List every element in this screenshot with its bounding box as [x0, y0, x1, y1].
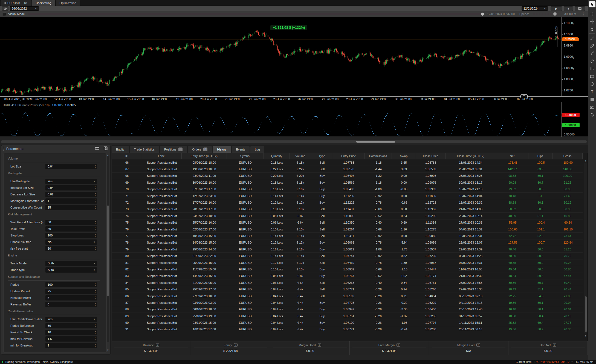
column-header[interactable]: Net: [496, 153, 528, 159]
parameters-scrollbar[interactable]: [107, 156, 109, 342]
history-row[interactable]: 73SupportResistanceBot20/07/2023 17:00EU…: [112, 206, 583, 213]
crosshair-dot-tool-button[interactable]: [589, 19, 595, 25]
playback-progress-handle[interactable]: [481, 13, 484, 16]
stepper-arrows[interactable]: ▲▼: [94, 282, 96, 287]
results-tab-trade-statistics[interactable]: Trade Statistics: [130, 146, 159, 153]
parameter-input[interactable]: 1.5▲▼: [45, 336, 97, 342]
column-header[interactable]: Entry Price: [333, 153, 364, 159]
indicator-pane[interactable]: DRKHASHIXCandlePower (50, 10)1.071051.07…: [0, 102, 588, 137]
stepper-arrows[interactable]: ▲▼: [94, 192, 96, 197]
column-header[interactable]: Type: [311, 153, 333, 159]
cursor-tool-button[interactable]: [589, 1, 595, 7]
info-icon[interactable]: i: [318, 343, 321, 347]
pencil-tool-button[interactable]: [589, 43, 595, 49]
stepper-arrows[interactable]: ▲▼: [94, 227, 96, 231]
brush-tool-button[interactable]: [589, 50, 595, 56]
parameter-select[interactable]: Yes▼: [45, 317, 97, 322]
history-row[interactable]: 81SupportResistanceBot05/09/2023 15:00EU…: [112, 259, 583, 266]
history-row[interactable]: 88SupportResistanceBot06/10/2023 18:00EU…: [112, 306, 583, 313]
parameter-select[interactable]: Yes▼: [45, 179, 97, 184]
parameter-input[interactable]: 0▲▼: [45, 302, 97, 307]
anchor-tool-button[interactable]: [589, 26, 595, 32]
scroll-up-arrow[interactable]: ▲: [585, 160, 587, 162]
history-row[interactable]: 66SupportResistanceBot08/06/2023 18:00EU…: [112, 159, 583, 166]
column-header[interactable]: Quantity: [264, 153, 290, 159]
history-row[interactable]: 86SupportResistanceBot27/09/2023 16:00EU…: [112, 293, 583, 299]
history-row[interactable]: 87SupportResistanceBot03/10/2023 03:00EU…: [112, 299, 583, 306]
results-tab-orders[interactable]: Orders0: [188, 146, 212, 153]
parameter-input[interactable]: 50▲▼: [45, 323, 97, 328]
stepper-arrows[interactable]: ▲▼: [94, 343, 96, 348]
stepper-arrows[interactable]: ▲▼: [94, 302, 96, 307]
speed-stepper[interactable]: ▲▼: [582, 12, 584, 16]
detach-panel-icon[interactable]: [95, 146, 99, 150]
results-tab-history[interactable]: History: [213, 146, 231, 153]
end-date-select[interactable]: 12/01/2024▼: [522, 6, 548, 11]
screenshot-tool-button[interactable]: [589, 104, 595, 110]
results-tab-positions[interactable]: Positions0: [160, 146, 187, 153]
parameter-input[interactable]: 1▲▼: [45, 198, 97, 204]
save-button[interactable]: [575, 6, 585, 11]
scrollbar-thumb[interactable]: [107, 206, 109, 296]
stepper-arrows[interactable]: ▲▼: [94, 289, 96, 293]
parameter-input[interactable]: 0.04▲▼: [45, 185, 97, 190]
info-icon[interactable]: i: [476, 343, 480, 347]
column-header[interactable]: Swap: [392, 153, 416, 159]
crosshair-tool-button[interactable]: [589, 11, 595, 17]
scrollbar-thumb[interactable]: [585, 296, 587, 332]
column-header[interactable]: Commissions: [364, 153, 392, 159]
stepper-arrows[interactable]: ▲▼: [94, 296, 96, 300]
scroll-down-arrow[interactable]: ▼: [585, 335, 587, 337]
history-row[interactable]: 90SupportResistanceBot03/11/2023 15:00EU…: [112, 319, 583, 326]
trend-line-tool-button[interactable]: [589, 35, 595, 41]
scrollbar-track[interactable]: [584, 163, 587, 334]
history-row[interactable]: 89SupportResistanceBot25/10/2023 19:00EU…: [112, 313, 583, 319]
column-header[interactable]: Close Price: [416, 153, 445, 159]
color-swatch-button[interactable]: [589, 96, 595, 102]
drag-handle-icon[interactable]: [3, 147, 4, 151]
stepper-arrows[interactable]: ▲▼: [94, 205, 96, 210]
visual-mode-checkbox[interactable]: [3, 13, 6, 16]
column-header[interactable]: Pips: [528, 153, 552, 159]
parameter-input[interactable]: 100▲▼: [45, 233, 97, 238]
history-row[interactable]: 85SupportResistanceBot25/09/2023 17:00EU…: [112, 286, 583, 293]
column-header[interactable]: Entry Time (UTC+2): [182, 153, 227, 159]
history-row[interactable]: 91SupportResistanceBot16/11/2023 17:00EU…: [112, 326, 583, 332]
stepper-arrows[interactable]: ▲▼: [94, 186, 96, 190]
parameter-input[interactable]: 50▲▼: [45, 220, 97, 225]
scrollbar-thumb[interactable]: [356, 141, 395, 143]
stop-button[interactable]: ■: [564, 6, 573, 11]
ellipse-tool-button[interactable]: [589, 81, 595, 87]
backtest-settings-button[interactable]: [2, 6, 8, 11]
parameter-select[interactable]: No▼: [45, 239, 97, 245]
history-row[interactable]: 83SupportResistanceBot14/09/2023 15:00EU…: [112, 273, 583, 279]
column-header[interactable]: Volume: [290, 153, 311, 159]
tab-backtesting[interactable]: Backtesting: [32, 0, 55, 6]
history-row[interactable]: 72SupportResistanceBot17/07/2023 16:00EU…: [112, 199, 583, 206]
parameter-select[interactable]: Both▼: [45, 261, 97, 266]
table-vertical-scrollbar[interactable]: ▲ ▼: [584, 160, 587, 340]
column-header[interactable]: Symbol: [227, 153, 264, 159]
column-header[interactable]: Close Time (UTC+2): [445, 153, 496, 159]
parameter-input[interactable]: 100▲▼: [45, 282, 97, 287]
parameter-input[interactable]: 5▲▼: [45, 295, 97, 301]
results-tab-equity[interactable]: Equity: [112, 146, 129, 153]
rectangle-tool-button[interactable]: [589, 73, 595, 79]
save-parameters-icon[interactable]: [104, 146, 108, 150]
parameter-input[interactable]: 1▲▼: [45, 343, 97, 348]
column-header[interactable]: Gross: [552, 153, 583, 159]
results-tab-events[interactable]: Events: [232, 146, 250, 153]
parameters-header[interactable]: Parameters: [1, 145, 110, 152]
price-chart[interactable]: 1.09792 +1 321.08 $ (+132%) 100 pips 1.1…: [0, 17, 588, 102]
stepper-arrows[interactable]: ▲▼: [94, 220, 96, 224]
history-row[interactable]: 67SupportResistanceBot19/06/2023 16:00EU…: [112, 166, 583, 172]
parameter-input[interactable]: 0.04▲▼: [45, 164, 97, 169]
history-row[interactable]: 79SupportResistanceBot25/08/2023 14:00EU…: [112, 246, 583, 253]
parameter-input[interactable]: 50▲▼: [45, 226, 97, 232]
history-row[interactable]: 74SupportResistanceBot24/07/2023 10:00EU…: [112, 213, 583, 219]
text-tool-button[interactable]: T: [589, 89, 595, 95]
tab-optimization[interactable]: Optimization: [56, 0, 80, 6]
column-header[interactable]: ID: [112, 153, 142, 159]
stepper-arrows[interactable]: ▲▼: [94, 246, 96, 251]
stepper-arrows[interactable]: ▲▼: [94, 337, 96, 341]
